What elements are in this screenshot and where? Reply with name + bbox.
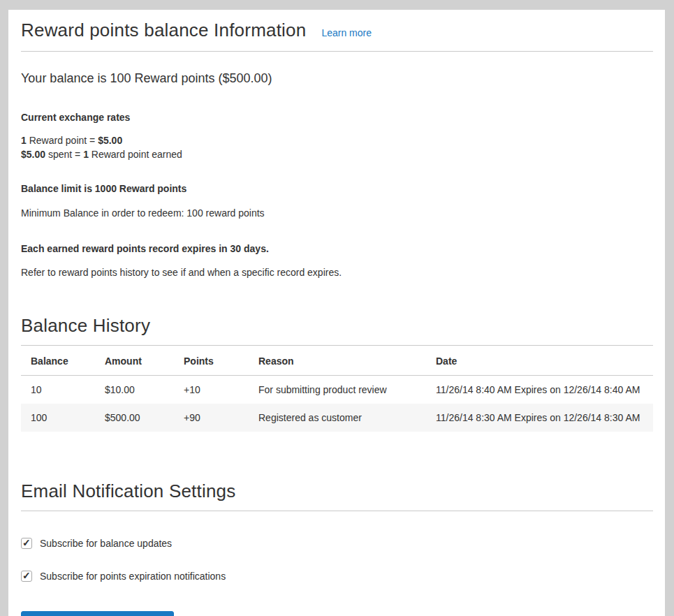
expiration-rule-text: Each earned reward points record expires… xyxy=(21,242,653,256)
column-header-date: Date xyxy=(426,346,653,376)
column-header-points: Points xyxy=(174,346,249,376)
table-row: 100 $500.00 +90 Registered as customer 1… xyxy=(21,404,653,432)
exchange-rate-line-1: 1 Reward point = $5.00 xyxy=(21,134,653,148)
balance-updates-checkbox[interactable] xyxy=(21,538,32,549)
email-notification-section: Email Notification Settings Subscribe fo… xyxy=(21,481,653,616)
cell-date: 11/26/14 8:40 AM Expires on 12/26/14 8:4… xyxy=(426,375,653,404)
save-subscription-settings-button[interactable]: Save Subscription Settings xyxy=(21,611,174,616)
cell-amount: $10.00 xyxy=(95,375,174,404)
column-header-amount: Amount xyxy=(95,346,174,376)
balance-updates-option: Subscribe for balance updates xyxy=(21,538,653,549)
cell-points: +10 xyxy=(174,375,249,404)
column-header-reason: Reason xyxy=(249,346,426,376)
points-expiration-checkbox[interactable] xyxy=(21,571,32,582)
cell-reason: Registered as customer xyxy=(249,404,426,432)
cell-balance: 10 xyxy=(21,375,95,404)
cell-balance: 100 xyxy=(21,404,95,432)
page-header: Reward points balance Information Learn … xyxy=(21,20,653,52)
balance-history-table: Balance Amount Points Reason Date 10 $10… xyxy=(21,346,653,432)
cell-reason: For submitting product review xyxy=(249,375,426,404)
cell-date: 11/26/14 8:30 AM Expires on 12/26/14 8:3… xyxy=(426,404,653,432)
balance-history-heading: Balance History xyxy=(21,315,653,346)
balance-limit-text: Balance limit is 1000 Reward points xyxy=(21,182,653,196)
email-settings-heading: Email Notification Settings xyxy=(21,481,653,511)
balance-statement: Your balance is 100 Reward points ($500.… xyxy=(21,71,653,87)
balance-history-section: Balance History Balance Amount Points Re… xyxy=(21,315,653,432)
exchange-rate-line-2: $5.00 spent = 1 Reward point earned xyxy=(21,148,653,162)
balance-updates-label[interactable]: Subscribe for balance updates xyxy=(40,538,172,549)
points-expiration-option: Subscribe for points expiration notifica… xyxy=(21,571,653,582)
minimum-balance-text: Minimum Balance in order to redeem: 100 … xyxy=(21,207,653,221)
cell-amount: $500.00 xyxy=(95,404,174,432)
cell-points: +90 xyxy=(174,404,249,432)
table-row: 10 $10.00 +10 For submitting product rev… xyxy=(21,375,653,404)
points-expiration-label[interactable]: Subscribe for points expiration notifica… xyxy=(40,571,226,582)
table-header-row: Balance Amount Points Reason Date xyxy=(21,346,653,376)
page-title: Reward points balance Information xyxy=(21,20,306,41)
reward-points-panel: Reward points balance Information Learn … xyxy=(8,10,665,616)
learn-more-link[interactable]: Learn more xyxy=(321,27,372,38)
exchange-rates: 1 Reward point = $5.00 $5.00 spent = 1 R… xyxy=(21,134,653,161)
exchange-rates-heading: Current exchange rates xyxy=(21,111,653,125)
expiration-note-text: Refer to reward points history to see if… xyxy=(21,266,653,280)
column-header-balance: Balance xyxy=(21,346,95,376)
